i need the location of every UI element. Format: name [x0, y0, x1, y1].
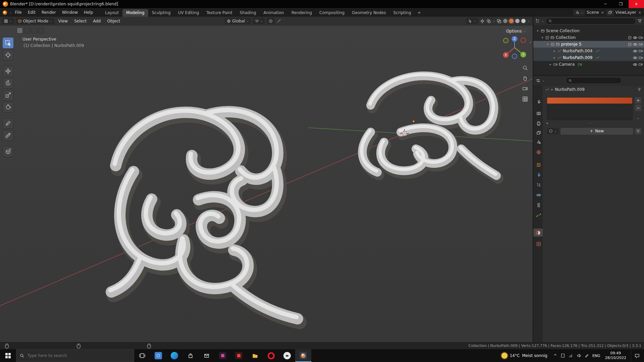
expand-icon[interactable]: ▸	[549, 63, 552, 66]
scene-name[interactable]: Scene	[587, 10, 599, 15]
menu-add[interactable]: Add	[91, 19, 103, 23]
tab-tool-properties[interactable]	[535, 98, 543, 106]
expand-icon[interactable]: ▸	[553, 56, 556, 59]
taskbar-clock[interactable]: 09:49 28/10/2022	[604, 351, 628, 361]
tool-scale[interactable]	[3, 90, 13, 101]
render-visibility-icon[interactable]	[639, 49, 643, 53]
nurbs-object-right[interactable]	[362, 74, 498, 178]
zoom-icon[interactable]	[522, 65, 528, 71]
expand-icon[interactable]: ▸	[553, 49, 556, 53]
tab-scene-properties[interactable]	[535, 138, 543, 146]
viewlayer-name[interactable]: ViewLayer	[615, 10, 636, 15]
taskbar-app-3[interactable]	[231, 349, 247, 362]
taskbar-app-explorer[interactable]	[247, 349, 263, 362]
tab-data-properties[interactable]	[535, 211, 543, 219]
checkbox-icon[interactable]	[545, 36, 549, 40]
shading-rendered-button[interactable]	[521, 19, 526, 23]
select-intersect-button[interactable]	[38, 27, 44, 34]
tab-particle-properties[interactable]	[535, 181, 543, 189]
render-visibility-icon[interactable]	[639, 42, 643, 46]
tray-expand-icon[interactable]: ^	[553, 353, 557, 358]
breadcrumb-object-name[interactable]: NurbsPath.009	[555, 87, 585, 92]
outliner-row-prstenje5[interactable]: ▾ prstenje 5	[533, 41, 644, 48]
menu-help[interactable]: Help	[81, 10, 96, 15]
properties-editor-icon[interactable]	[536, 78, 540, 83]
render-visibility-icon[interactable]	[639, 62, 643, 66]
tool-select-box[interactable]	[3, 38, 13, 48]
sidebar-toggle-arrow[interactable]: ‹	[530, 40, 531, 45]
taskbar-app-opera[interactable]	[263, 349, 279, 362]
tab-modifier-properties[interactable]	[535, 171, 543, 179]
tab-rendering[interactable]: Rendering	[288, 9, 316, 17]
close-button[interactable]: ×	[629, 0, 644, 8]
snap-button[interactable]: ⌄	[253, 18, 265, 24]
shading-wireframe-button[interactable]	[503, 19, 507, 23]
properties-search[interactable]	[566, 77, 622, 84]
pan-hand-icon[interactable]	[522, 75, 528, 81]
expand-icon[interactable]: ▾	[546, 43, 549, 46]
gizmo-neg-x-axis[interactable]	[521, 38, 526, 43]
list-resize-grip[interactable]: ▸ ⋯	[547, 121, 633, 125]
tab-world-properties[interactable]	[535, 148, 543, 156]
select-subtract-button[interactable]	[31, 27, 37, 34]
nurbs-object-left[interactable]	[110, 110, 300, 322]
hide-eye-icon[interactable]	[633, 49, 637, 53]
tab-layout[interactable]: Layout	[101, 9, 122, 17]
falloff-curve-icon[interactable]	[277, 19, 281, 23]
outliner-row-nurbspath004[interactable]: ▸ NurbsPath.004	[533, 48, 644, 54]
chevron-down-icon[interactable]: ⌄	[542, 79, 545, 82]
hide-eye-icon[interactable]	[633, 56, 637, 60]
taskbar-app-edge[interactable]	[166, 349, 182, 362]
taskbar-app-store[interactable]	[182, 349, 199, 362]
add-slot-button[interactable]: +	[635, 97, 641, 104]
slot-specials-icon[interactable]: ⌄	[637, 117, 640, 120]
viewlayer-unlink-icon[interactable]: ×	[638, 10, 642, 15]
tab-shading[interactable]: Shading	[236, 9, 260, 17]
tool-add-cube[interactable]	[3, 146, 13, 157]
volume-tray-icon[interactable]	[577, 353, 581, 358]
outliner-row-nurbspath009[interactable]: ▸ NurbsPath.009	[533, 54, 644, 61]
network-tray-icon[interactable]	[569, 353, 573, 358]
hide-eye-icon[interactable]	[633, 42, 637, 47]
exclude-checkbox-icon[interactable]	[628, 36, 632, 40]
taskbar-app-1[interactable]	[150, 349, 166, 362]
outliner-search-input[interactable]	[553, 18, 633, 23]
selectability-toggle[interactable]: ⌄	[466, 18, 478, 24]
scene-unlink-icon[interactable]: ×	[600, 10, 605, 15]
navigation-gizmo[interactable]: Z Y X	[502, 35, 527, 60]
expand-icon[interactable]: ▾	[541, 36, 544, 39]
tab-uv-editing[interactable]: UV Editing	[174, 9, 203, 17]
gizmo-neg-y-axis[interactable]	[503, 38, 508, 43]
tab-viewlayer-properties[interactable]	[535, 129, 543, 137]
chevron-down-icon[interactable]: ⌄	[541, 19, 544, 22]
language-indicator[interactable]: ENG	[592, 354, 600, 358]
blender-menu-icon[interactable]	[3, 10, 9, 15]
remove-slot-button[interactable]: −	[635, 105, 641, 111]
scene-selector[interactable]: ⌄	[573, 9, 585, 16]
menu-view[interactable]: View	[56, 19, 70, 23]
taskbar-search-input[interactable]	[27, 353, 130, 358]
viewlayer-selector[interactable]	[606, 9, 614, 16]
tab-constraint-properties[interactable]	[535, 201, 543, 209]
start-button[interactable]	[0, 349, 16, 362]
menu-select[interactable]: Select	[72, 19, 89, 23]
menu-object[interactable]: Object	[105, 19, 122, 23]
outliner-row-camera[interactable]: ▸ Camera	[533, 61, 644, 68]
outliner-row-scene-collection[interactable]: ▾ Scene Collection	[533, 27, 644, 34]
material-slot-selected[interactable]	[547, 98, 632, 104]
tool-transform[interactable]	[3, 102, 13, 113]
show-gizmo-icon[interactable]	[480, 19, 485, 23]
hide-eye-icon[interactable]	[633, 62, 637, 67]
taskbar-app-blender[interactable]	[295, 349, 311, 362]
outliner-row-collection[interactable]: ▾ Collection	[533, 34, 644, 41]
tab-compositing[interactable]: Compositing	[316, 9, 348, 17]
menu-edit[interactable]: Edit	[25, 10, 39, 15]
task-view-button[interactable]	[134, 349, 150, 362]
camera-view-icon[interactable]	[522, 86, 528, 92]
menu-render[interactable]: Render	[39, 10, 59, 15]
gizmo-neg-z-axis[interactable]	[512, 54, 517, 59]
tool-move[interactable]	[3, 66, 13, 76]
taskbar-app-2[interactable]	[215, 349, 231, 362]
tab-physics-properties[interactable]	[535, 191, 543, 199]
shading-solid-button[interactable]	[509, 19, 514, 23]
